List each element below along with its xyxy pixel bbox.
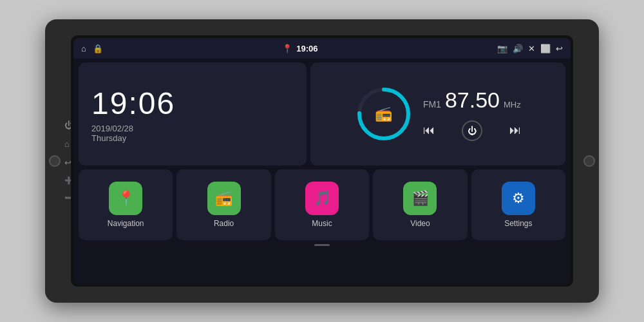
video-icon-wrapper: 🎬 [403,182,437,215]
close-icon[interactable]: ✕ [528,44,535,53]
settings-label: Settings [504,219,532,228]
bottom-indicator [79,244,565,249]
radio-frequency: 87.50 [445,88,500,113]
screen: ⌂ 🔒 📍 19:06 📷 🔊 ✕ ⬜ ↩ [73,38,571,284]
radio-app-icon: 📻 [215,190,232,207]
radio-unit: MHz [504,100,521,109]
radio-info: FM1 87.50 MHz ⏮ ⏻ ⏭ [423,88,521,141]
lock-icon: 🔒 [93,44,103,53]
app-settings[interactable]: ⚙ Settings [471,169,565,240]
status-time: 19:06 [296,44,317,53]
radio-label: Radio [214,219,234,228]
app-music[interactable]: 🎵 Music [275,169,369,240]
radio-widget[interactable]: 📻 FM1 87.50 MHz ⏮ ⏻ ⏭ [310,62,565,166]
apps-grid: 📍 Navigation 📻 Radio 🎵 [79,169,565,240]
clock-time: 19:06 [91,86,175,121]
car-head-unit: ⏻ ⌂ ↩ ➕ ➖ ⌂ 🔒 📍 19:06 📷 🔊 ✕ [45,19,599,303]
radio-controls: ⏮ ⏻ ⏭ [423,120,521,141]
app-radio[interactable]: 📻 Radio [176,169,270,240]
top-widgets-row: 19:06 2019/02/28 Thursday [79,62,565,166]
radio-icon-wrapper: 📻 [207,182,241,215]
music-icon: 🎵 [314,190,331,207]
screw-right [583,155,595,167]
status-center: 📍 19:06 [282,44,317,53]
radio-freq-row: FM1 87.50 MHz [423,88,521,113]
volume-icon[interactable]: 🔊 [513,44,523,53]
radio-power-button[interactable]: ⏻ [462,120,482,141]
status-left-icons: ⌂ 🔒 [81,44,103,53]
radio-dial-icon: 📻 [375,106,392,122]
back-nav-icon[interactable]: ↩ [556,44,563,53]
settings-icon: ⚙ [512,190,525,207]
radio-next-button[interactable]: ⏭ [509,124,521,137]
music-label: Music [312,219,332,228]
status-right-icons: 📷 🔊 ✕ ⬜ ↩ [497,44,563,53]
radio-dial: 📻 [355,85,413,143]
navigation-icon-wrapper: 📍 [109,182,142,215]
navigation-icon: 📍 [117,190,135,207]
app-navigation[interactable]: 📍 Navigation [79,169,173,240]
page-indicator-dot [314,244,330,246]
video-icon: 🎬 [412,190,429,207]
radio-prev-button[interactable]: ⏮ [423,124,435,137]
screen-bezel: ⌂ 🔒 📍 19:06 📷 🔊 ✕ ⬜ ↩ [71,35,573,287]
home-icon[interactable]: ⌂ [81,44,86,53]
window-icon[interactable]: ⬜ [540,44,551,53]
camera-icon[interactable]: 📷 [497,44,507,53]
screw-left [49,155,61,167]
clock-day: Thursday [91,133,126,143]
music-icon-wrapper: 🎵 [305,182,339,215]
video-label: Video [410,219,430,228]
clock-date: 2019/02/28 [91,124,133,133]
main-content: 19:06 2019/02/28 Thursday [73,59,571,284]
status-bar: ⌂ 🔒 📍 19:06 📷 🔊 ✕ ⬜ ↩ [73,38,571,59]
app-video[interactable]: 🎬 Video [373,169,467,240]
settings-icon-wrapper: ⚙ [502,182,535,215]
radio-band: FM1 [423,99,441,109]
clock-widget: 19:06 2019/02/28 Thursday [79,62,307,166]
location-pin-icon: 📍 [282,44,292,53]
navigation-label: Navigation [108,219,144,228]
